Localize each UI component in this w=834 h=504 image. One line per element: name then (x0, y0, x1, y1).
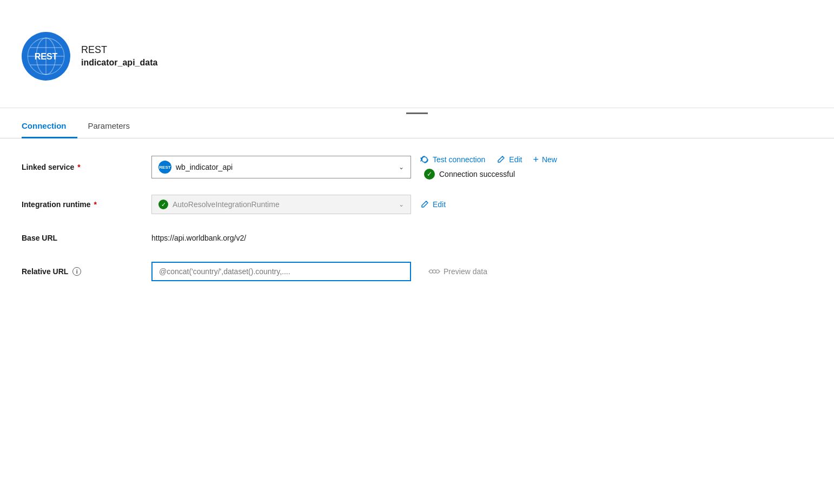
test-connection-button[interactable]: Test connection (420, 155, 485, 164)
connection-form: Linked service * REST wb_indicator_api ⌄ (0, 138, 834, 297)
rest-text-block: REST indicator_api_data (81, 44, 157, 68)
tab-parameters[interactable]: Parameters (88, 115, 141, 138)
collapse-handle[interactable] (406, 112, 428, 114)
linked-service-value: wb_indicator_api (176, 163, 233, 171)
integration-runtime-dropdown[interactable]: ✓ AutoResolveIntegrationRuntime ⌄ (151, 195, 411, 214)
relative-url-info-icon[interactable]: i (72, 267, 81, 276)
preview-data-icon (428, 268, 440, 275)
relative-url-control: Preview data (151, 262, 812, 281)
preview-data-label: Preview data (444, 267, 487, 276)
integration-runtime-edit-icon (420, 200, 429, 209)
connection-success-icon: ✓ (424, 169, 435, 180)
rest-type-label: REST (81, 44, 157, 56)
preview-data-button[interactable]: Preview data (428, 267, 487, 276)
header-section: REST REST indicator_api_data (0, 0, 834, 108)
rest-name-label: indicator_api_data (81, 58, 157, 68)
linked-service-row: Linked service * REST wb_indicator_api ⌄ (22, 155, 812, 180)
base-url-control: https://api.worldbank.org/v2/ (151, 229, 812, 247)
linked-service-dropdown[interactable]: REST wb_indicator_api ⌄ (151, 156, 411, 178)
integration-runtime-label: Integration runtime * (22, 200, 151, 209)
base-url-row: Base URL https://api.worldbank.org/v2/ (22, 229, 812, 247)
svg-text:REST: REST (35, 52, 58, 61)
base-url-value: https://api.worldbank.org/v2/ (151, 229, 246, 247)
integration-runtime-chevron: ⌄ (399, 201, 404, 208)
integration-runtime-edit-button[interactable]: Edit (420, 200, 446, 209)
integration-runtime-row: Integration runtime * ✓ AutoResolveInteg… (22, 195, 812, 214)
test-connection-icon (420, 155, 429, 164)
svg-point-8 (422, 157, 427, 162)
linked-service-edit-icon (496, 155, 506, 164)
linked-service-required: * (77, 163, 80, 171)
integration-runtime-status-icon: ✓ (158, 200, 168, 209)
linked-service-control: REST wb_indicator_api ⌄ (151, 155, 812, 180)
integration-runtime-control: ✓ AutoResolveIntegrationRuntime ⌄ Edit (151, 195, 812, 214)
tab-connection[interactable]: Connection (22, 115, 77, 138)
linked-service-actions: Test connection Edit + New (420, 155, 557, 180)
relative-url-label: Relative URL i (22, 267, 151, 276)
linked-service-new-button[interactable]: + New (533, 155, 557, 164)
linked-service-label: Linked service * (22, 163, 151, 171)
connection-status-row: ✓ Connection successful (424, 169, 557, 180)
base-url-label: Base URL (22, 234, 151, 242)
linked-service-edit-button[interactable]: Edit (496, 155, 522, 164)
rest-icon: REST (22, 32, 70, 81)
linked-service-chevron: ⌄ (399, 163, 404, 171)
relative-url-input[interactable] (151, 262, 411, 281)
linked-service-badge: REST (158, 161, 171, 174)
connection-status-text: Connection successful (439, 170, 515, 178)
integration-runtime-value: AutoResolveIntegrationRuntime (173, 200, 280, 209)
tabs-bar: Connection Parameters (0, 114, 834, 138)
plus-icon: + (533, 155, 539, 164)
integration-runtime-required: * (94, 200, 97, 209)
relative-url-row: Relative URL i Preview data (22, 262, 812, 281)
